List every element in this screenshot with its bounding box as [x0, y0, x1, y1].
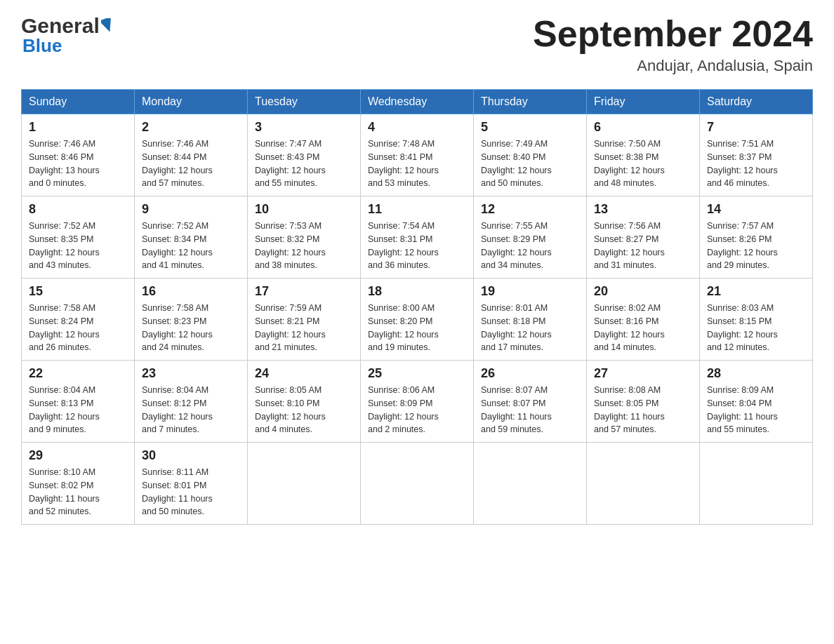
- day-number: 5: [481, 120, 579, 135]
- day-number: 25: [368, 366, 466, 381]
- calendar-cell: 30 Sunrise: 8:11 AM Sunset: 8:01 PM Dayl…: [135, 443, 248, 525]
- day-info: Sunrise: 7:56 AM Sunset: 8:27 PM Dayligh…: [594, 220, 692, 272]
- day-info: Sunrise: 8:11 AM Sunset: 8:01 PM Dayligh…: [142, 466, 240, 518]
- calendar-cell: 24 Sunrise: 8:05 AM Sunset: 8:10 PM Dayl…: [248, 361, 361, 443]
- calendar-cell: 26 Sunrise: 8:07 AM Sunset: 8:07 PM Dayl…: [474, 361, 587, 443]
- calendar-cell: [248, 443, 361, 525]
- day-number: 7: [707, 120, 805, 135]
- calendar-cell: 2 Sunrise: 7:46 AM Sunset: 8:44 PM Dayli…: [135, 114, 248, 196]
- calendar-week-4: 22 Sunrise: 8:04 AM Sunset: 8:13 PM Dayl…: [22, 361, 813, 443]
- calendar-cell: 10 Sunrise: 7:53 AM Sunset: 8:32 PM Dayl…: [248, 196, 361, 279]
- day-info: Sunrise: 7:55 AM Sunset: 8:29 PM Dayligh…: [481, 220, 579, 272]
- calendar-cell: 16 Sunrise: 7:58 AM Sunset: 8:23 PM Dayl…: [135, 279, 248, 361]
- day-number: 1: [29, 120, 127, 135]
- calendar-cell: 9 Sunrise: 7:52 AM Sunset: 8:34 PM Dayli…: [135, 196, 248, 279]
- day-info: Sunrise: 8:03 AM Sunset: 8:15 PM Dayligh…: [707, 302, 805, 354]
- page-header: General Blue September 2024 Andujar, And…: [21, 14, 813, 75]
- day-number: 8: [29, 202, 127, 217]
- day-info: Sunrise: 7:53 AM Sunset: 8:32 PM Dayligh…: [255, 220, 353, 272]
- day-number: 13: [594, 202, 692, 217]
- page-title: September 2024: [533, 14, 813, 54]
- calendar-body: 1 Sunrise: 7:46 AM Sunset: 8:46 PM Dayli…: [22, 114, 813, 525]
- day-number: 15: [29, 284, 127, 299]
- day-info: Sunrise: 8:01 AM Sunset: 8:18 PM Dayligh…: [481, 302, 579, 354]
- calendar-cell: 3 Sunrise: 7:47 AM Sunset: 8:43 PM Dayli…: [248, 114, 361, 196]
- day-number: 10: [255, 202, 353, 217]
- calendar-cell: 15 Sunrise: 7:58 AM Sunset: 8:24 PM Dayl…: [22, 279, 135, 361]
- calendar-cell: 27 Sunrise: 8:08 AM Sunset: 8:05 PM Dayl…: [587, 361, 700, 443]
- day-number: 16: [142, 284, 240, 299]
- calendar-cell: 13 Sunrise: 7:56 AM Sunset: 8:27 PM Dayl…: [587, 196, 700, 279]
- weekday-header-row: SundayMondayTuesdayWednesdayThursdayFrid…: [22, 90, 813, 114]
- day-info: Sunrise: 8:06 AM Sunset: 8:09 PM Dayligh…: [368, 384, 466, 436]
- calendar-cell: 22 Sunrise: 8:04 AM Sunset: 8:13 PM Dayl…: [22, 361, 135, 443]
- calendar-cell: [587, 443, 700, 525]
- weekday-header-friday: Friday: [587, 90, 700, 114]
- day-info: Sunrise: 7:52 AM Sunset: 8:34 PM Dayligh…: [142, 220, 240, 272]
- day-info: Sunrise: 8:05 AM Sunset: 8:10 PM Dayligh…: [255, 384, 353, 436]
- weekday-header-saturday: Saturday: [700, 90, 813, 114]
- calendar-cell: 25 Sunrise: 8:06 AM Sunset: 8:09 PM Dayl…: [361, 361, 474, 443]
- calendar-cell: [361, 443, 474, 525]
- day-info: Sunrise: 8:09 AM Sunset: 8:04 PM Dayligh…: [707, 384, 805, 436]
- weekday-header-tuesday: Tuesday: [248, 90, 361, 114]
- day-number: 27: [594, 366, 692, 381]
- calendar-cell: 29 Sunrise: 8:10 AM Sunset: 8:02 PM Dayl…: [22, 443, 135, 525]
- page-subtitle: Andujar, Andalusia, Spain: [533, 57, 813, 75]
- calendar-cell: 17 Sunrise: 7:59 AM Sunset: 8:21 PM Dayl…: [248, 279, 361, 361]
- day-info: Sunrise: 7:49 AM Sunset: 8:40 PM Dayligh…: [481, 137, 579, 190]
- calendar-cell: 1 Sunrise: 7:46 AM Sunset: 8:46 PM Dayli…: [22, 114, 135, 196]
- weekday-header-sunday: Sunday: [22, 90, 135, 114]
- calendar-week-2: 8 Sunrise: 7:52 AM Sunset: 8:35 PM Dayli…: [22, 196, 813, 279]
- day-number: 4: [368, 120, 466, 135]
- day-number: 29: [29, 448, 127, 463]
- day-info: Sunrise: 7:59 AM Sunset: 8:21 PM Dayligh…: [255, 302, 353, 354]
- calendar-cell: 18 Sunrise: 8:00 AM Sunset: 8:20 PM Dayl…: [361, 279, 474, 361]
- day-number: 9: [142, 202, 240, 217]
- calendar-cell: 23 Sunrise: 8:04 AM Sunset: 8:12 PM Dayl…: [135, 361, 248, 443]
- day-info: Sunrise: 7:46 AM Sunset: 8:44 PM Dayligh…: [142, 137, 240, 190]
- day-info: Sunrise: 7:52 AM Sunset: 8:35 PM Dayligh…: [29, 220, 127, 272]
- day-info: Sunrise: 7:47 AM Sunset: 8:43 PM Dayligh…: [255, 137, 353, 190]
- day-info: Sunrise: 7:54 AM Sunset: 8:31 PM Dayligh…: [368, 220, 466, 272]
- day-info: Sunrise: 7:51 AM Sunset: 8:37 PM Dayligh…: [707, 137, 805, 190]
- weekday-header-thursday: Thursday: [474, 90, 587, 114]
- day-info: Sunrise: 8:04 AM Sunset: 8:13 PM Dayligh…: [29, 384, 127, 436]
- calendar-cell: 8 Sunrise: 7:52 AM Sunset: 8:35 PM Dayli…: [22, 196, 135, 279]
- day-number: 24: [255, 366, 353, 381]
- calendar-week-5: 29 Sunrise: 8:10 AM Sunset: 8:02 PM Dayl…: [22, 443, 813, 525]
- logo-blue-text: Blue: [22, 35, 62, 56]
- calendar-cell: 20 Sunrise: 8:02 AM Sunset: 8:16 PM Dayl…: [587, 279, 700, 361]
- day-info: Sunrise: 8:02 AM Sunset: 8:16 PM Dayligh…: [594, 302, 692, 354]
- day-info: Sunrise: 7:58 AM Sunset: 8:23 PM Dayligh…: [142, 302, 240, 354]
- logo-image: General: [21, 14, 114, 38]
- day-number: 20: [594, 284, 692, 299]
- day-number: 11: [368, 202, 466, 217]
- calendar-cell: [700, 443, 813, 525]
- weekday-header-wednesday: Wednesday: [361, 90, 474, 114]
- day-number: 22: [29, 366, 127, 381]
- day-info: Sunrise: 8:04 AM Sunset: 8:12 PM Dayligh…: [142, 384, 240, 436]
- calendar-cell: 19 Sunrise: 8:01 AM Sunset: 8:18 PM Dayl…: [474, 279, 587, 361]
- calendar-cell: 6 Sunrise: 7:50 AM Sunset: 8:38 PM Dayli…: [587, 114, 700, 196]
- calendar-table: SundayMondayTuesdayWednesdayThursdayFrid…: [21, 89, 813, 525]
- calendar-cell: 28 Sunrise: 8:09 AM Sunset: 8:04 PM Dayl…: [700, 361, 813, 443]
- title-block: September 2024 Andujar, Andalusia, Spain: [533, 14, 813, 75]
- svg-marker-0: [101, 18, 114, 32]
- day-number: 30: [142, 448, 240, 463]
- calendar-cell: 12 Sunrise: 7:55 AM Sunset: 8:29 PM Dayl…: [474, 196, 587, 279]
- calendar-cell: 11 Sunrise: 7:54 AM Sunset: 8:31 PM Dayl…: [361, 196, 474, 279]
- day-number: 19: [481, 284, 579, 299]
- calendar-header: SundayMondayTuesdayWednesdayThursdayFrid…: [22, 90, 813, 114]
- day-info: Sunrise: 8:00 AM Sunset: 8:20 PM Dayligh…: [368, 302, 466, 354]
- calendar-cell: 21 Sunrise: 8:03 AM Sunset: 8:15 PM Dayl…: [700, 279, 813, 361]
- logo-arrow-icon: [101, 18, 114, 32]
- day-info: Sunrise: 7:50 AM Sunset: 8:38 PM Dayligh…: [594, 137, 692, 190]
- day-number: 14: [707, 202, 805, 217]
- day-number: 2: [142, 120, 240, 135]
- day-number: 28: [707, 366, 805, 381]
- day-number: 26: [481, 366, 579, 381]
- day-info: Sunrise: 8:10 AM Sunset: 8:02 PM Dayligh…: [29, 466, 127, 518]
- calendar-week-1: 1 Sunrise: 7:46 AM Sunset: 8:46 PM Dayli…: [22, 114, 813, 196]
- calendar-cell: 4 Sunrise: 7:48 AM Sunset: 8:41 PM Dayli…: [361, 114, 474, 196]
